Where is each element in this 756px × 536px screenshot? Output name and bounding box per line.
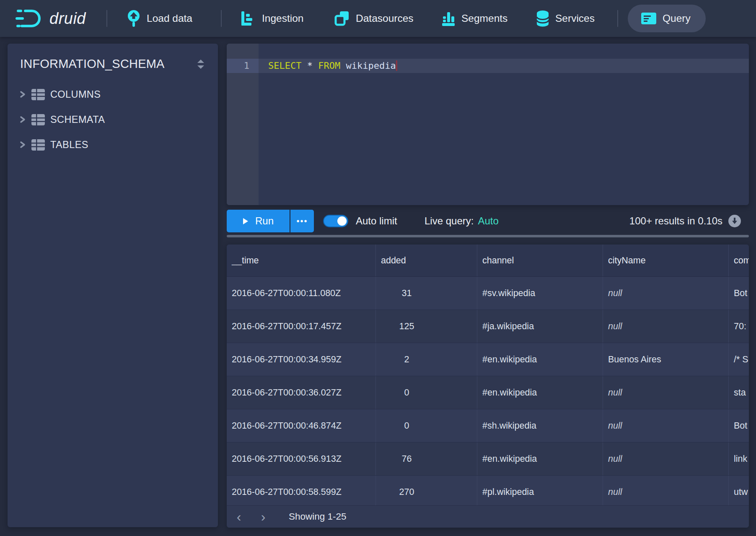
- column-header-channel[interactable]: channel: [477, 245, 603, 276]
- table-icon: [31, 89, 45, 100]
- schema-sidebar: INFORMATION_SCHEMA: [8, 44, 218, 527]
- bar-chart-icon: [441, 10, 456, 26]
- cell-added[interactable]: 270: [376, 476, 477, 508]
- auto-limit-label: Auto limit: [356, 210, 397, 232]
- cell-cityname[interactable]: null: [603, 376, 729, 409]
- cell-comment[interactable]: link: [729, 442, 749, 475]
- cell-cityname[interactable]: Buenos Aires: [603, 343, 729, 376]
- play-icon: [243, 218, 249, 225]
- cell-channel[interactable]: #en.wikipedia: [477, 343, 603, 376]
- cell-added[interactable]: 2: [376, 343, 477, 376]
- cell-comment[interactable]: Bot: [729, 409, 749, 442]
- cell-channel[interactable]: #sv.wikipedia: [477, 277, 603, 310]
- cell-time[interactable]: 2016-06-27T00:00:46.874Z: [227, 409, 376, 442]
- navbar-divider: [221, 10, 222, 27]
- nav-item-load-data[interactable]: Load data: [127, 0, 192, 37]
- sql-star: *: [307, 60, 313, 71]
- cell-cityname[interactable]: null: [603, 277, 729, 310]
- run-button[interactable]: Run: [227, 210, 290, 232]
- cell-cityname[interactable]: null: [603, 409, 729, 442]
- sql-editor[interactable]: 1 SELECT * FROM wikipedia: [227, 44, 749, 205]
- nav-item-datasources[interactable]: Datasources: [334, 0, 414, 37]
- cell-cityname[interactable]: null: [603, 442, 729, 475]
- previous-page-button[interactable]: ‹: [233, 509, 245, 524]
- cell-added[interactable]: 76: [376, 442, 477, 475]
- column-header-comment[interactable]: com: [729, 245, 749, 276]
- nav-item-label: Services: [555, 13, 595, 24]
- cell-added[interactable]: 0: [376, 376, 477, 409]
- upload-icon: [127, 10, 141, 27]
- sql-keyword: FROM: [318, 60, 340, 71]
- nav-item-segments[interactable]: Segments: [441, 0, 507, 37]
- database-icon: [536, 10, 549, 27]
- cell-comment[interactable]: 70:: [729, 310, 749, 343]
- sql-identifier: wikipedia: [346, 60, 396, 71]
- druid-logo: druid: [15, 0, 86, 37]
- line-number: 1: [227, 59, 259, 73]
- top-navbar: druid Load data: [0, 0, 756, 37]
- nav-item-label: Datasources: [356, 13, 414, 24]
- column-header-added[interactable]: added: [376, 245, 477, 276]
- next-page-button[interactable]: ›: [257, 509, 269, 524]
- table-row: 2016-06-27T00:00:46.874Z 0 #sh.wikipedia…: [227, 409, 749, 442]
- datasources-icon: [334, 10, 350, 26]
- cell-channel[interactable]: #en.wikipedia: [477, 376, 603, 409]
- cell-added[interactable]: 0: [376, 409, 477, 442]
- column-header-time[interactable]: __time: [227, 245, 376, 276]
- cell-comment[interactable]: utw: [729, 476, 749, 508]
- chevron-right-icon: [19, 141, 26, 148]
- cell-channel[interactable]: #pl.wikipedia: [477, 476, 603, 508]
- query-progress-bar: [227, 235, 749, 237]
- text-cursor: [396, 60, 397, 71]
- chevron-right-icon: [19, 91, 26, 98]
- nav-item-label: Segments: [461, 13, 507, 24]
- cell-cityname[interactable]: null: [603, 310, 729, 343]
- cell-comment[interactable]: Bot: [729, 277, 749, 310]
- cell-added[interactable]: 125: [376, 310, 477, 343]
- cell-comment[interactable]: /* S: [729, 343, 749, 376]
- live-query-control: Live query: Auto: [425, 210, 499, 232]
- run-more-button[interactable]: •••: [290, 210, 314, 232]
- druid-console: druid Load data: [0, 0, 756, 536]
- table-row: 2016-06-27T00:00:58.599Z 270 #pl.wikiped…: [227, 476, 749, 509]
- cell-time[interactable]: 2016-06-27T00:00:36.027Z: [227, 376, 376, 409]
- toggle-knob: [337, 216, 347, 226]
- sort-selector-icon[interactable]: [195, 59, 206, 70]
- tree-item-label: SCHEMATA: [50, 114, 105, 125]
- results-header-row: __time added channel cityName com: [227, 245, 749, 277]
- table-row: 2016-06-27T00:00:36.027Z 0 #en.wikipedia…: [227, 376, 749, 409]
- results-body: 2016-06-27T00:00:11.080Z 31 #sv.wikipedi…: [227, 277, 749, 509]
- sql-keyword: SELECT: [268, 60, 301, 71]
- download-results-button[interactable]: [728, 215, 741, 227]
- cell-added[interactable]: 31: [376, 277, 477, 310]
- cell-time[interactable]: 2016-06-27T00:00:56.913Z: [227, 442, 376, 475]
- table-row: 2016-06-27T00:00:56.913Z 76 #en.wikipedi…: [227, 442, 749, 476]
- navbar-divider: [106, 10, 107, 27]
- cell-channel[interactable]: #sh.wikipedia: [477, 409, 603, 442]
- tree-item-tables[interactable]: TABLES: [8, 132, 218, 157]
- table-row: 2016-06-27T00:00:17.457Z 125 #ja.wikiped…: [227, 310, 749, 343]
- tree-item-columns[interactable]: COLUMNS: [8, 82, 218, 107]
- auto-limit-toggle[interactable]: [323, 215, 348, 227]
- cell-time[interactable]: 2016-06-27T00:00:34.959Z: [227, 343, 376, 376]
- navbar-divider: [617, 10, 618, 27]
- live-query-value[interactable]: Auto: [478, 215, 498, 227]
- tree-item-label: TABLES: [50, 139, 88, 151]
- cell-cityname[interactable]: null: [603, 476, 729, 508]
- tree-item-schemata[interactable]: SCHEMATA: [8, 107, 218, 132]
- column-header-cityname[interactable]: cityName: [603, 245, 729, 276]
- cell-time[interactable]: 2016-06-27T00:00:58.599Z: [227, 476, 376, 508]
- cell-time[interactable]: 2016-06-27T00:00:17.457Z: [227, 310, 376, 343]
- live-query-label: Live query:: [425, 215, 474, 227]
- cell-channel[interactable]: #en.wikipedia: [477, 442, 603, 475]
- sql-code-line[interactable]: SELECT * FROM wikipedia: [259, 59, 749, 73]
- druid-logo-icon: [15, 8, 45, 29]
- cell-channel[interactable]: #ja.wikipedia: [477, 310, 603, 343]
- nav-item-query-active[interactable]: Query: [628, 5, 706, 32]
- sidebar-header: INFORMATION_SCHEMA: [8, 44, 218, 71]
- cell-time[interactable]: 2016-06-27T00:00:11.080Z: [227, 277, 376, 310]
- nav-item-ingestion[interactable]: Ingestion: [241, 0, 303, 37]
- cell-comment[interactable]: sta: [729, 376, 749, 409]
- nav-item-services[interactable]: Services: [536, 0, 595, 37]
- brand-name: druid: [49, 10, 86, 28]
